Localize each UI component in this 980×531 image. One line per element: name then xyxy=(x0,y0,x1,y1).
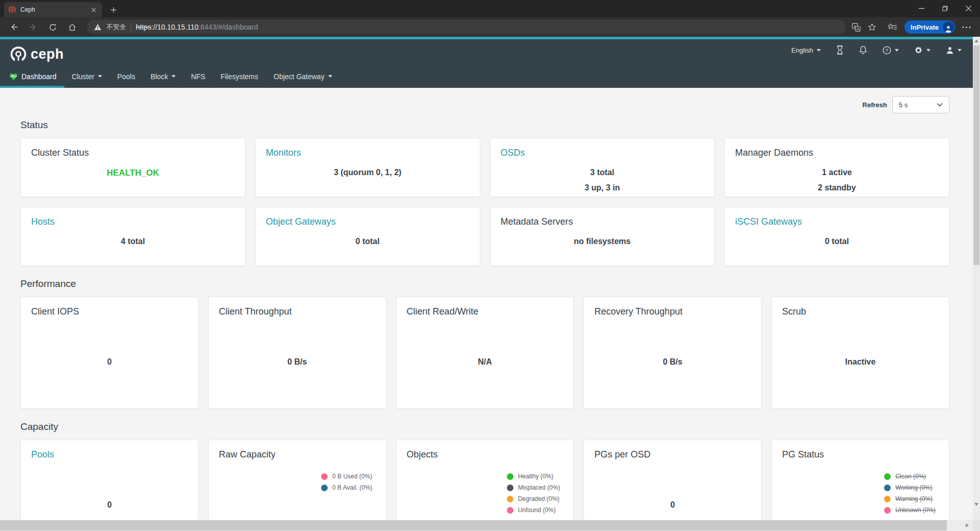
legend-item[interactable]: Misplaced (0%) xyxy=(507,482,560,493)
close-window-icon[interactable] xyxy=(957,0,980,16)
nav-label: Dashboard xyxy=(21,73,57,81)
home-icon[interactable] xyxy=(63,19,81,35)
horizontal-scroll-thumb[interactable] xyxy=(0,520,947,530)
nav-item-nfs[interactable]: NFS xyxy=(183,65,213,88)
add-favorite-star-icon[interactable] xyxy=(868,23,876,32)
inprivate-badge[interactable]: InPrivate xyxy=(904,20,955,34)
tab-close-icon[interactable] xyxy=(89,5,98,14)
legend-item[interactable]: Warning (0%) xyxy=(884,493,936,504)
nav-item-object-gateway[interactable]: Object Gateway xyxy=(266,65,340,88)
legend-item[interactable]: Clean (0%) xyxy=(884,471,936,482)
card-recovery-throughput: Recovery Throughput 0 B/s xyxy=(583,297,762,409)
card-title: Client IOPS xyxy=(31,306,188,317)
card-value: 1 active xyxy=(735,165,939,180)
tab-title: Ceph xyxy=(20,6,85,13)
browser-tab[interactable]: Ceph xyxy=(4,2,102,17)
dashboard-page: Refresh 5 s Status Cluster Status HEALTH… xyxy=(0,88,973,520)
card-cluster-status: Cluster Status HEALTH_OK xyxy=(20,138,246,197)
new-tab-icon[interactable] xyxy=(107,4,119,15)
ceph-brand[interactable]: ceph xyxy=(9,45,64,63)
inprivate-label: InPrivate xyxy=(911,23,939,31)
monitors-link[interactable]: Monitors xyxy=(266,148,470,158)
status-grid: Cluster Status HEALTH_OK Monitors 3 (quo… xyxy=(20,138,949,266)
card-title: Manager Daemons xyxy=(735,148,939,158)
vertical-scroll-thumb[interactable] xyxy=(973,45,979,265)
capacity-grid: Pools 0 Raw Capacity 0 B Used (0%) 0 B A… xyxy=(20,440,949,520)
card-value: 0 total xyxy=(266,234,470,249)
nav-item-pools[interactable]: Pools xyxy=(110,65,143,88)
legend-dot xyxy=(884,496,891,502)
legend-item[interactable]: Healthy (0%) xyxy=(507,471,560,482)
refresh-label: Refresh xyxy=(863,101,887,109)
menu-ellipsis-icon[interactable] xyxy=(962,26,971,29)
help-dropdown[interactable]: ? xyxy=(883,46,899,55)
url-text[interactable]: https://10.10.15.110:8443/#/dashboard xyxy=(136,23,258,31)
task-hourglass-icon[interactable] xyxy=(836,45,844,55)
legend-dot xyxy=(321,473,328,480)
performance-grid: Client IOPS 0 Client Throughput 0 B/s Cl… xyxy=(20,297,949,409)
legend-dot xyxy=(884,473,891,480)
card-value: 0 B/s xyxy=(584,357,761,367)
heartbeat-icon xyxy=(9,73,18,81)
pools-link[interactable]: Pools xyxy=(31,449,188,460)
refresh-select[interactable]: 5 s xyxy=(892,96,949,113)
notifications-bell-icon[interactable] xyxy=(859,45,867,55)
card-title: Client Read/Write xyxy=(407,306,564,317)
svg-text:A: A xyxy=(856,27,860,31)
warning-icon[interactable] xyxy=(94,23,102,31)
vertical-scrollbar[interactable] xyxy=(973,37,980,520)
nav-item-filesystems[interactable]: Filesystems xyxy=(213,65,266,88)
favorites-bar-icon[interactable] xyxy=(888,23,897,32)
back-icon[interactable] xyxy=(5,19,22,35)
reload-icon[interactable] xyxy=(44,19,61,35)
nav-label: Cluster xyxy=(72,73,94,81)
card-pgs-per-osd: PGs per OSD 0 xyxy=(583,440,762,520)
nav-item-dashboard[interactable]: Dashboard xyxy=(0,65,64,88)
legend-item[interactable]: 0 B Used (0%) xyxy=(321,471,372,482)
card-scrub: Scrub Inactive xyxy=(771,297,949,409)
card-client-iops: Client IOPS 0 xyxy=(20,297,199,409)
card-title: Cluster Status xyxy=(31,148,235,158)
forward-icon[interactable] xyxy=(24,19,42,35)
legend-item[interactable]: Unfound (0%) xyxy=(507,504,560,516)
card-value: 3 total xyxy=(501,165,704,180)
card-client-throughput: Client Throughput 0 B/s xyxy=(208,297,386,409)
scroll-down-icon[interactable] xyxy=(973,500,980,509)
profile-avatar-icon[interactable] xyxy=(943,21,954,33)
nav-label: Pools xyxy=(117,73,135,81)
legend-item[interactable]: 0 B Avail. (0%) xyxy=(321,482,372,493)
legend-item[interactable]: Degraded (0%) xyxy=(507,493,560,504)
restore-icon[interactable] xyxy=(933,0,957,16)
card-value: 0 xyxy=(584,500,761,510)
language-dropdown[interactable]: English xyxy=(791,46,821,54)
chevron-down-icon xyxy=(817,49,821,52)
security-label[interactable]: 不安全 xyxy=(106,22,126,32)
user-dropdown[interactable] xyxy=(946,46,962,54)
card-title: Raw Capacity xyxy=(219,449,376,460)
chevron-down-icon xyxy=(926,49,930,52)
nav-label: Block xyxy=(151,73,168,81)
header-controls: English ? xyxy=(791,45,962,55)
legend-item[interactable]: Unknown (0%) xyxy=(884,504,936,516)
objects-legend: Healthy (0%) Misplaced (0%) Degraded (0%… xyxy=(507,471,560,516)
nav-item-block[interactable]: Block xyxy=(143,65,183,88)
osds-link[interactable]: OSDs xyxy=(501,148,704,158)
main-nav: Dashboard Cluster Pools Block NFS Filesy… xyxy=(0,65,973,88)
browser-window: Ceph 不安全 xyxy=(0,0,980,531)
card-objects: Objects Healthy (0%) Misplaced (0%) Degr… xyxy=(396,440,574,520)
scroll-up-icon[interactable] xyxy=(973,37,980,45)
settings-dropdown[interactable] xyxy=(914,46,930,55)
legend-item[interactable]: Working (0%) xyxy=(884,482,936,493)
hosts-link[interactable]: Hosts xyxy=(31,216,235,227)
scroll-right-icon[interactable] xyxy=(963,520,972,531)
url-field[interactable]: 不安全 https://10.10.15.110:8443/#/dashboar… xyxy=(87,20,846,34)
object-gateways-link[interactable]: Object Gateways xyxy=(266,216,470,227)
nav-item-cluster[interactable]: Cluster xyxy=(64,65,110,88)
horizontal-scrollbar[interactable] xyxy=(0,520,973,531)
card-pools: Pools 0 xyxy=(20,440,199,520)
translate-icon[interactable]: aA xyxy=(852,23,861,32)
minimize-icon[interactable] xyxy=(910,0,933,16)
language-label: English xyxy=(791,46,813,54)
iscsi-gateways-link[interactable]: iSCSI Gateways xyxy=(735,216,939,227)
refresh-value: 5 s xyxy=(899,101,908,109)
